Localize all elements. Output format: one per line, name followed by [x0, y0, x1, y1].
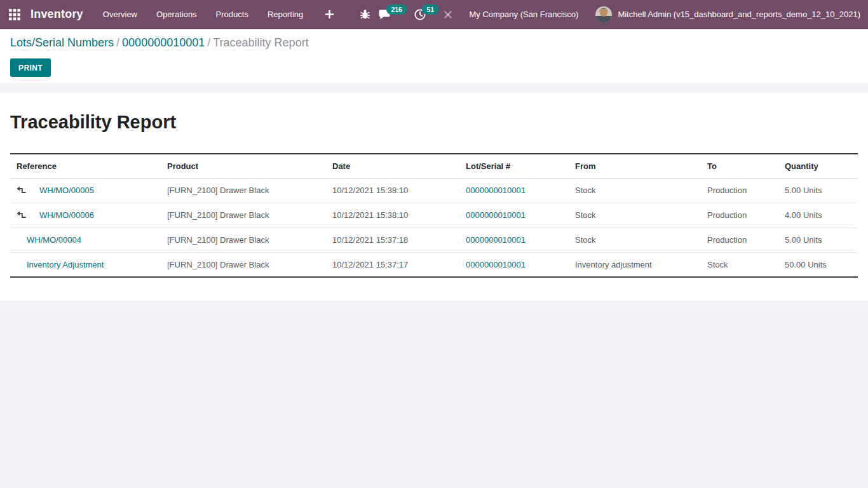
undo-icon — [17, 186, 26, 196]
breadcrumb-lots-serial[interactable]: Lots/Serial Numbers — [10, 36, 114, 49]
control-panel: Lots/Serial Numbers/0000000010001/Tracea… — [0, 29, 868, 83]
col-quantity: Quantity — [778, 154, 858, 178]
col-date: Date — [326, 154, 459, 178]
cell-from: Inventory adjustment — [569, 252, 701, 277]
table-row: WH/MO/00005 [FURN_2100] Drawer Black 10/… — [10, 178, 858, 203]
cell-to: Production — [701, 227, 778, 252]
print-button[interactable]: PRINT — [10, 58, 51, 77]
breadcrumb: Lots/Serial Numbers/0000000010001/Tracea… — [10, 36, 858, 50]
reference-link[interactable]: WH/MO/00004 — [27, 235, 81, 245]
cell-product: [FURN_2100] Drawer Black — [161, 203, 326, 227]
cell-date: 10/12/2021 15:37:17 — [326, 252, 459, 277]
cell-product: [FURN_2100] Drawer Black — [161, 252, 326, 277]
col-to: To — [701, 154, 778, 178]
cell-date: 10/12/2021 15:38:10 — [326, 203, 459, 227]
undo-icon — [17, 211, 26, 220]
app-name[interactable]: Inventory — [31, 8, 83, 21]
activities-badge: 51 — [422, 4, 438, 15]
table-row: Inventory Adjustment [FURN_2100] Drawer … — [10, 252, 858, 277]
cell-date: 10/12/2021 15:37:18 — [326, 227, 459, 252]
cell-to: Production — [701, 178, 778, 203]
lot-link[interactable]: 0000000010001 — [466, 260, 526, 269]
table-row: WH/MO/00006 [FURN_2100] Drawer Black 10/… — [10, 203, 858, 227]
lot-link[interactable]: 0000000010001 — [466, 235, 526, 245]
col-from: From — [569, 154, 701, 178]
report-sheet: Traceability Report Reference Product Da… — [0, 93, 868, 301]
breadcrumb-separator: / — [207, 36, 210, 49]
debug-bug-icon[interactable] — [360, 9, 370, 20]
company-switcher[interactable]: My Company (San Francisco) — [452, 10, 595, 19]
menu-products[interactable]: Products — [207, 0, 258, 29]
col-reference: Reference — [10, 154, 161, 178]
lot-link[interactable]: 0000000010001 — [466, 186, 526, 195]
cell-quantity: 50.00 Units — [778, 252, 858, 277]
traceability-table: Reference Product Date Lot/Serial # From… — [10, 153, 858, 278]
menu-operations[interactable]: Operations — [147, 0, 207, 29]
breadcrumb-lot-number[interactable]: 0000000010001 — [122, 36, 205, 49]
messages-badge: 216 — [386, 4, 407, 15]
messages-tray[interactable]: 216 — [379, 9, 392, 20]
content-area: Traceability Report Reference Product Da… — [0, 83, 868, 301]
cell-product: [FURN_2100] Drawer Black — [161, 227, 326, 252]
report-title: Traceability Report — [10, 112, 858, 133]
menu-overview[interactable]: Overview — [93, 0, 147, 29]
reference-link[interactable]: Inventory Adjustment — [27, 260, 104, 269]
cell-product: [FURN_2100] Drawer Black — [161, 178, 326, 203]
cell-from: Stock — [569, 227, 701, 252]
cell-from: Stock — [569, 203, 701, 227]
cell-quantity: 5.00 Units — [778, 178, 858, 203]
table-header-row: Reference Product Date Lot/Serial # From… — [10, 154, 858, 178]
top-navbar: Inventory Overview Operations Products R… — [0, 0, 868, 29]
breadcrumb-separator: / — [116, 36, 119, 49]
col-lot-serial: Lot/Serial # — [459, 154, 569, 178]
plus-menu-icon[interactable] — [313, 10, 345, 18]
avatar[interactable] — [595, 6, 612, 23]
breadcrumb-current: Traceability Report — [213, 36, 308, 49]
col-product: Product — [161, 154, 326, 178]
apps-grid-icon[interactable] — [8, 8, 21, 21]
systray: 216 51 My Company (San Francisco) Mitche… — [360, 6, 862, 23]
cell-quantity: 5.00 Units — [778, 227, 858, 252]
cell-date: 10/12/2021 15:38:10 — [326, 178, 459, 203]
table-row: WH/MO/00004 [FURN_2100] Drawer Black 10/… — [10, 227, 858, 252]
cell-to: Production — [701, 203, 778, 227]
reference-link[interactable]: WH/MO/00005 — [39, 186, 94, 195]
activities-tray[interactable]: 51 — [414, 9, 426, 20]
cell-from: Stock — [569, 178, 701, 203]
close-tools-icon[interactable] — [444, 10, 452, 19]
lot-link[interactable]: 0000000010001 — [466, 210, 526, 220]
main-menu: Overview Operations Products Reporting — [93, 0, 345, 29]
reference-link[interactable]: WH/MO/00006 — [39, 210, 94, 220]
cell-to: Stock — [701, 252, 778, 277]
user-menu[interactable]: Mitchell Admin (v15_dashboard_and_report… — [618, 10, 860, 19]
cell-quantity: 4.00 Units — [778, 203, 858, 227]
menu-reporting[interactable]: Reporting — [258, 0, 313, 29]
